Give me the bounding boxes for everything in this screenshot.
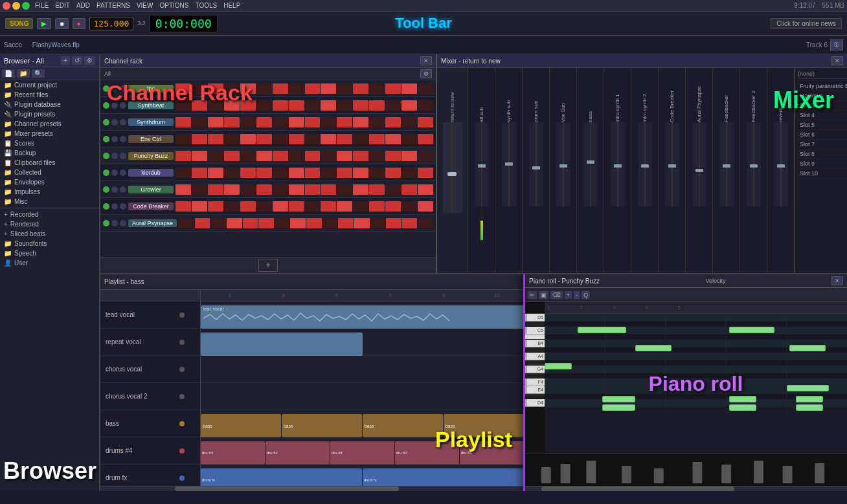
mixer-fader-knob[interactable] (668, 164, 676, 168)
pr-zoom-out[interactable]: - (574, 291, 580, 299)
pad[interactable] (305, 134, 321, 144)
channel-solo-button[interactable] (120, 85, 126, 92)
menu-edit[interactable]: EDIT (55, 2, 70, 9)
pad[interactable] (306, 218, 322, 228)
pad[interactable] (305, 168, 321, 178)
pad[interactable] (370, 218, 386, 228)
song-mode-button[interactable]: SONG (5, 18, 33, 29)
channel-solo-button[interactable] (120, 220, 126, 226)
mixer-fader-area[interactable] (583, 122, 598, 206)
pad[interactable] (354, 218, 370, 228)
pad[interactable] (353, 201, 368, 212)
mixer-fader-area[interactable] (611, 122, 625, 206)
bpm-display[interactable]: 125.000 (89, 17, 134, 30)
mixer-fx-item-eq2[interactable]: Fruity parametric EQ 2 (798, 82, 847, 91)
pad[interactable] (192, 184, 207, 195)
browser-item-scores[interactable]: 📋 Scores (0, 138, 99, 148)
channel-mute-button[interactable] (103, 153, 109, 159)
pad[interactable] (240, 117, 256, 127)
pr-tool-pencil[interactable]: ✏ (528, 291, 537, 299)
pad[interactable] (240, 83, 256, 94)
mixer-fader-area[interactable] (529, 122, 543, 206)
pad[interactable] (243, 218, 258, 228)
pad[interactable] (275, 218, 290, 228)
channel-select-button[interactable] (111, 119, 118, 126)
channel-pads-synthdrum[interactable] (175, 117, 433, 127)
stop-button[interactable]: ■ (55, 18, 68, 29)
pad[interactable] (418, 134, 433, 144)
timeline-block-drums[interactable]: dru #4 (460, 441, 524, 465)
pad[interactable] (369, 151, 385, 161)
mixer-fader-area[interactable] (774, 122, 788, 206)
channel-solo-button[interactable] (120, 153, 126, 159)
mixer-fader-area[interactable] (556, 122, 570, 206)
pad[interactable] (385, 201, 401, 212)
pad[interactable] (224, 201, 240, 212)
pad[interactable] (192, 201, 207, 212)
piano-key-c5[interactable]: C5 (525, 327, 545, 334)
pad[interactable] (385, 151, 401, 161)
pr-note-e4-1[interactable] (602, 404, 635, 411)
channel-pads-aural[interactable] (179, 218, 433, 228)
pad[interactable] (338, 218, 354, 228)
channel-select-button[interactable] (111, 220, 118, 226)
pad[interactable] (385, 117, 401, 127)
pr-note-c5-1[interactable] (578, 327, 626, 333)
pad[interactable] (337, 201, 352, 212)
browser-item-soundfonts[interactable]: 📁 Soundfonts (0, 239, 99, 248)
pad[interactable] (208, 134, 223, 144)
piano-key-b4[interactable]: B4 (525, 340, 545, 347)
channel-mute-button[interactable] (103, 186, 109, 193)
pad[interactable] (305, 184, 321, 195)
playlist-track-label-chorusv[interactable]: chorus vocal (100, 356, 200, 383)
mixer-fader-area[interactable] (747, 122, 761, 206)
browser-item-user[interactable]: 👤 User (0, 258, 99, 268)
channel-pads-codebreaker[interactable] (175, 201, 433, 212)
close-button[interactable] (3, 2, 10, 10)
pad[interactable] (273, 168, 288, 178)
pad[interactable] (208, 201, 223, 212)
piano-key-d4[interactable]: D4 (525, 399, 545, 407)
pad[interactable] (240, 184, 256, 195)
pad[interactable] (224, 100, 240, 111)
timeline-block-bass[interactable]: bass (363, 414, 443, 437)
playlist-track-label-leadv[interactable]: lead vocal (100, 301, 200, 329)
playlist-track-label-drums4[interactable]: drums #4 (100, 437, 200, 465)
pad[interactable] (224, 184, 240, 195)
piano-key-g4[interactable]: G4 (525, 366, 545, 373)
browser-item-impulses[interactable]: 📁 Impulses (0, 187, 99, 197)
pad[interactable] (224, 134, 240, 144)
pad[interactable] (305, 100, 321, 111)
pad[interactable] (224, 117, 240, 127)
pad[interactable] (321, 117, 336, 127)
channel-select-button[interactable] (111, 85, 118, 92)
pad[interactable] (224, 168, 240, 178)
piano-key-cs5[interactable] (525, 322, 545, 327)
pad[interactable] (289, 151, 304, 161)
piano-key-e4[interactable]: E4 (525, 386, 545, 394)
pad[interactable] (273, 83, 288, 94)
browser-item-speech[interactable]: 📁 Speech (0, 248, 99, 258)
timeline-block-drumfx[interactable]: drum fx (201, 468, 362, 486)
pad[interactable] (305, 117, 321, 127)
piano-key-as4[interactable] (525, 347, 545, 353)
channel-solo-button[interactable] (120, 186, 126, 193)
pr-note-f4-2[interactable] (729, 396, 756, 402)
browser-item-envelopes[interactable]: 📁 Envelopes (0, 177, 99, 187)
mixer-fx-item-slot3[interactable]: Slot 3 (798, 101, 847, 111)
menu-help[interactable]: HELP (223, 2, 240, 9)
pr-note-f4-3[interactable] (796, 396, 823, 402)
channel-solo-button[interactable] (120, 203, 126, 210)
pr-tool-erase[interactable]: ⌫ (550, 291, 563, 299)
playlist-track-label-drumfx[interactable]: drum fx (100, 465, 200, 486)
mixer-fader-knob[interactable] (532, 166, 540, 170)
mixer-fx-item-slot4[interactable]: Slot 4 (798, 111, 847, 120)
pr-tool-select[interactable]: ▣ (539, 291, 548, 299)
mixer-fader-knob[interactable] (750, 164, 758, 168)
channel-rack-settings-button[interactable]: ⚙ (420, 69, 432, 78)
channel-select-button[interactable] (111, 170, 118, 176)
pad[interactable] (175, 168, 191, 178)
mixer-fader-knob[interactable] (587, 160, 594, 164)
piano-key-d5[interactable]: D5 (525, 314, 545, 322)
pad[interactable] (256, 83, 272, 94)
